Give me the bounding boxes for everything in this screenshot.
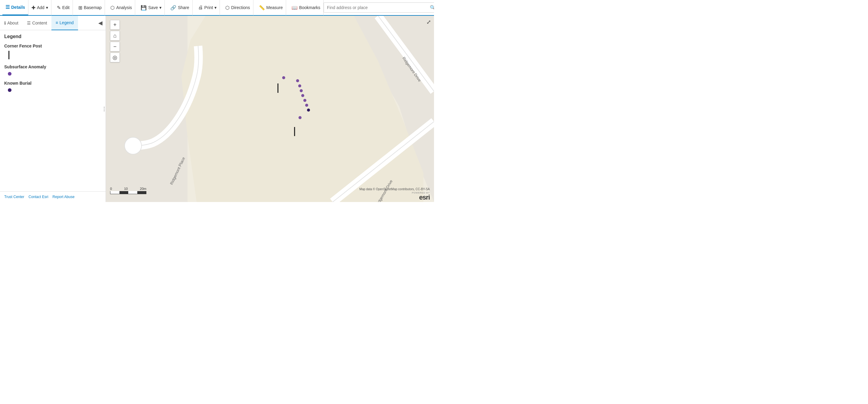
analysis-label: Analysis <box>116 5 132 10</box>
esri-logo-text: esri <box>419 194 430 201</box>
legend-symbol-dot-dark <box>5 88 101 93</box>
legend-icon: ≡ <box>56 20 58 25</box>
svg-point-13 <box>282 76 285 79</box>
scale-bar: 0 10 20m <box>110 187 146 194</box>
basemap-icon: ⊞ <box>78 5 82 10</box>
locate-icon: ◎ <box>113 54 117 61</box>
legend-symbol-line <box>5 51 101 60</box>
edit-icon: ✎ <box>57 5 61 10</box>
save-icon: 💾 <box>141 5 147 10</box>
contact-esri-link[interactable]: Contact Esri <box>28 195 48 199</box>
toolbar-directions[interactable]: ⬡ Directions <box>222 0 253 15</box>
add-dropdown-icon: ▾ <box>46 5 48 10</box>
zoom-in-icon: + <box>114 22 117 28</box>
scale-label-10: 10 <box>124 187 128 190</box>
tab-content[interactable]: ☰ Content <box>23 16 52 30</box>
tab-about[interactable]: ℹ About <box>0 16 23 30</box>
scale-label-0: 0 <box>110 187 112 190</box>
svg-point-16 <box>300 89 303 92</box>
main-layout: ℹ About ☰ Content ≡ Legend ◀ Legend Corn… <box>0 16 434 202</box>
trust-center-link[interactable]: Trust Center <box>4 195 24 199</box>
map-attribution: Map data © OpenStreetMap contributors, C… <box>359 187 430 191</box>
home-icon: ⌂ <box>114 33 117 39</box>
measure-label: Measure <box>267 5 283 10</box>
zoom-out-button[interactable]: − <box>110 42 120 52</box>
home-button[interactable]: ⌂ <box>110 31 120 40</box>
legend-label: Legend <box>60 20 74 25</box>
print-label: Print <box>205 5 213 10</box>
search-button[interactable]: 🔍 <box>427 5 434 10</box>
sidebar: ℹ About ☰ Content ≡ Legend ◀ Legend Corn… <box>0 16 106 202</box>
expand-button[interactable]: ⤢ <box>427 19 431 25</box>
print-dropdown-icon: ▾ <box>214 5 217 10</box>
legend-content: Legend Corner Fence Post Subsurface Anom… <box>0 30 105 191</box>
toolbar-analysis[interactable]: ⬡ Analysis <box>107 0 135 15</box>
content-icon: ☰ <box>27 21 31 25</box>
svg-point-7 <box>125 137 142 154</box>
print-icon: 🖨 <box>198 5 203 10</box>
resize-dot <box>104 111 105 111</box>
zoom-in-button[interactable]: + <box>110 20 120 30</box>
toolbar-details[interactable]: ☰ Details <box>2 0 28 15</box>
report-abuse-link[interactable]: Report Abuse <box>53 195 75 199</box>
scale-seg-1 <box>111 191 120 194</box>
toolbar-edit[interactable]: ✎ Edit <box>54 0 73 15</box>
bookmarks-label: Bookmarks <box>299 5 320 10</box>
toolbar-share[interactable]: 🔗 Share <box>167 0 192 15</box>
resize-dot <box>104 108 105 110</box>
sidebar-footer: Trust Center Contact Esri Report Abuse <box>0 191 105 202</box>
details-icon: ☰ <box>5 4 10 10</box>
legend-layer-corner-fence-post: Corner Fence Post <box>4 43 101 49</box>
svg-point-14 <box>296 79 299 82</box>
toolbar-basemap[interactable]: ⊞ Basemap <box>75 0 105 15</box>
svg-point-17 <box>301 94 304 97</box>
line-symbol <box>8 51 9 59</box>
svg-point-20 <box>299 116 302 119</box>
svg-point-19 <box>305 104 308 107</box>
svg-point-15 <box>298 84 301 87</box>
scale-seg-3 <box>128 191 137 194</box>
scale-label-20: 20m <box>140 187 146 190</box>
attribution-area: Map data © OpenStreetMap contributors, C… <box>359 187 430 201</box>
dot-purple-symbol <box>8 72 11 75</box>
sidebar-collapse-button[interactable]: ◀ <box>95 20 105 26</box>
scale-labels: 0 10 20m <box>110 187 146 190</box>
toolbar-save[interactable]: 💾 Save ▾ <box>137 0 165 15</box>
map-container[interactable]: Ridgemont Drive Ridgemont Place Ridgemon… <box>106 16 434 202</box>
save-dropdown-icon: ▾ <box>159 5 161 10</box>
search-input[interactable] <box>324 3 427 12</box>
scale-seg-2 <box>120 191 128 194</box>
sidebar-tabs: ℹ About ☰ Content ≡ Legend ◀ <box>0 16 105 30</box>
analysis-icon: ⬡ <box>111 5 115 10</box>
map-controls: + ⌂ − ◎ <box>110 20 120 62</box>
details-label: Details <box>11 5 25 10</box>
toolbar-bookmarks[interactable]: 📖 Bookmarks <box>288 0 323 15</box>
tab-legend[interactable]: ≡ Legend <box>52 16 78 30</box>
add-icon: ✚ <box>31 5 35 10</box>
about-label: About <box>7 21 19 25</box>
share-icon: 🔗 <box>170 5 176 10</box>
resize-dot <box>104 107 105 107</box>
bookmarks-icon: 📖 <box>291 5 298 10</box>
locate-button[interactable]: ◎ <box>110 53 120 62</box>
legend-symbol-dot-purple <box>5 72 101 76</box>
directions-icon: ⬡ <box>225 5 229 10</box>
toolbar-measure[interactable]: 📏 Measure <box>256 0 286 15</box>
directions-label: Directions <box>231 5 250 10</box>
scale-seg-4 <box>137 191 146 194</box>
toolbar: ☰ Details ✚ Add ▾ ✎ Edit ⊞ Basemap ⬡ Ana… <box>0 0 434 16</box>
save-label: Save <box>148 5 158 10</box>
search-icon: 🔍 <box>430 5 434 10</box>
basemap-label: Basemap <box>84 5 102 10</box>
search-box[interactable]: 🔍 <box>323 2 434 13</box>
content-label: Content <box>32 21 47 25</box>
expand-icon: ⤢ <box>427 19 431 25</box>
edit-label: Edit <box>62 5 69 10</box>
toolbar-print[interactable]: 🖨 Print ▾ <box>195 0 220 15</box>
share-label: Share <box>178 5 189 10</box>
add-label: Add <box>37 5 44 10</box>
svg-point-18 <box>303 99 306 102</box>
toolbar-add[interactable]: ✚ Add ▾ <box>28 0 52 15</box>
sidebar-resize-handle[interactable] <box>102 103 105 115</box>
measure-icon: 📏 <box>259 5 265 10</box>
